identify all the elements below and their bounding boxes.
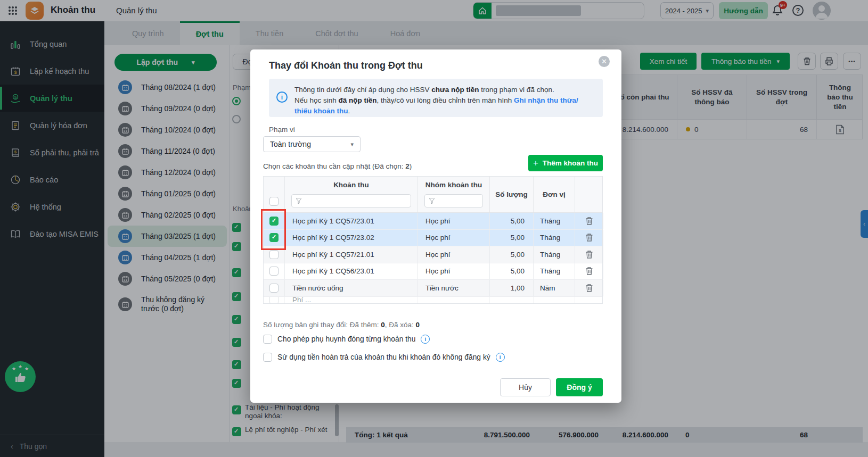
confirm-button[interactable]: Đồng ý: [556, 378, 603, 396]
col-header-unit: Đơn vị: [534, 177, 575, 212]
fee-name: Học phí Kỳ 1 CQ57/21.01: [285, 246, 418, 263]
col-header-qty: Số lượng: [490, 177, 534, 212]
info-icon: i: [421, 335, 430, 344]
select-hint: Chọn các khoản thu cần cập nhật (Đã chọn…: [263, 162, 412, 170]
scope-value: Toàn trường: [270, 140, 311, 148]
fee-filter-input[interactable]: [291, 194, 411, 207]
option-checkbox[interactable]: [263, 353, 272, 362]
option-checkbox[interactable]: [263, 335, 272, 344]
info-text-bold: đã nộp tiền: [339, 96, 377, 104]
fee-qty: 5,00: [490, 263, 534, 280]
fee-name: Học phí Kỳ 1 CQ57/23.02: [285, 230, 418, 246]
fees-table: Khoản thu Nhóm khoản thu Số lượng Đơn vị: [263, 176, 603, 304]
delete-row-button[interactable]: [575, 263, 603, 280]
info-icon: i: [276, 92, 288, 103]
plus-icon: +: [533, 158, 538, 169]
modal-title: Thay đổi Khoản thu trong Đợt thu: [269, 60, 423, 71]
close-icon[interactable]: ✕: [599, 56, 610, 67]
trash-icon: [586, 251, 593, 259]
col-header-group: Nhóm khoản thu: [418, 177, 489, 193]
select-all-checkbox[interactable]: [269, 197, 279, 206]
col-header-fee: Khoản thu: [285, 177, 417, 193]
hint-text: Chọn các khoản thu cần cập nhật (Đã chọn…: [263, 162, 405, 170]
trash-icon: [586, 234, 593, 242]
funnel-icon: [429, 198, 435, 204]
fee-group: Học phí: [418, 213, 490, 229]
option-label: Cho phép phụ huynh đóng từng khoản thu: [277, 335, 415, 343]
fee-row[interactable]: Học phí Kỳ 1 CQ57/23.02 Học phí 5,00 Thá…: [264, 230, 602, 247]
scope-select[interactable]: Toàn trường ▾: [263, 136, 361, 152]
summary-text: Số lượng bản ghi thay đổi: Đã thêm:: [263, 321, 381, 329]
summary-text: , Đã xóa:: [385, 321, 416, 329]
info-text: Thông tin dưới đây chỉ áp dụng cho HSSV: [294, 86, 431, 94]
fee-name: Học phí Kỳ 1 CQ57/23.01: [285, 213, 418, 229]
fee-unit: Tháng: [534, 246, 575, 263]
fee-unit: Tháng: [534, 230, 575, 246]
fees-table-header: Khoản thu Nhóm khoản thu Số lượng Đơn vị: [264, 177, 602, 213]
option-label: Sử dụng tiền hoàn trả của khoản thu khi …: [277, 353, 490, 361]
info-text-bold: chưa nộp tiền: [431, 86, 479, 94]
change-summary: Số lượng bản ghi thay đổi: Đã thêm: 0, Đ…: [263, 321, 420, 329]
scope-label: Phạm vi: [269, 126, 295, 134]
cancel-button[interactable]: Hủy: [500, 378, 551, 396]
fee-unit: Tháng: [534, 263, 575, 280]
fee-name: Tiền nước uống: [285, 280, 418, 296]
annotation-highlight-box: [261, 209, 286, 250]
delete-row-button[interactable]: [575, 230, 603, 246]
fee-group: Học phí: [418, 230, 490, 246]
fee-row[interactable]: Học phí Kỳ 1 CQ57/21.01 Học phí 5,00 Thá…: [264, 246, 602, 263]
fee-name: Học phí Kỳ 1 CQ56/23.01: [285, 263, 418, 280]
app-root: Khoản thu Quản lý thu 2024 - 2025 ▾ Hướn…: [0, 0, 868, 457]
added-count: 0: [381, 321, 385, 329]
removed-count: 0: [416, 321, 420, 329]
fee-qty: 1,00: [490, 280, 534, 296]
fee-row[interactable]: Học phí Kỳ 1 CQ56/23.01 Học phí 5,00 Thá…: [264, 263, 602, 280]
option-use-refund[interactable]: Sử dụng tiền hoàn trả của khoản thu khi …: [263, 353, 505, 362]
info-text: trong phạm vi đã chọn.: [479, 86, 554, 94]
chevron-down-icon: ▾: [350, 141, 354, 148]
delete-row-button[interactable]: [575, 213, 603, 229]
funnel-icon: [296, 198, 301, 204]
fee-group: Tiền nước: [418, 280, 490, 296]
fee-group: Học phí: [418, 246, 490, 263]
info-text: .: [348, 107, 350, 115]
fee-group: Học phí: [418, 263, 490, 280]
row-checkbox[interactable]: [269, 250, 279, 259]
fee-row[interactable]: Tiền nước uống Tiền nước 1,00 Năm: [264, 280, 602, 297]
row-checkbox[interactable]: [269, 297, 279, 303]
add-fee-label: Thêm khoản thu: [543, 159, 598, 167]
fee-qty: 5,00: [490, 230, 534, 246]
fee-row[interactable]: Học phí Kỳ 1 CQ57/23.01 Học phí 5,00 Thá…: [264, 213, 602, 230]
row-checkbox[interactable]: [269, 284, 279, 293]
info-text: , thầy/cô vui lòng điều chỉnh trên màn h…: [377, 96, 514, 104]
delete-row-button[interactable]: [575, 280, 603, 296]
trash-icon: [586, 217, 593, 225]
fee-qty: 5,00: [490, 246, 534, 263]
row-checkbox[interactable]: [269, 267, 279, 276]
fee-unit: Năm: [534, 280, 575, 296]
fee-row-partial[interactable]: Phí ...: [264, 297, 602, 303]
group-filter-input[interactable]: [424, 194, 483, 207]
info-icon: i: [496, 353, 505, 362]
trash-icon: [586, 284, 593, 292]
fee-unit: Tháng: [534, 213, 575, 229]
fee-qty: 5,00: [490, 213, 534, 229]
add-fee-button[interactable]: + Thêm khoản thu: [528, 155, 603, 171]
modal-info-box: i Thông tin dưới đây chỉ áp dụng cho HSS…: [269, 79, 603, 117]
fee-name: Phí ...: [285, 297, 418, 303]
hint-text: ): [410, 162, 412, 170]
trash-icon: [586, 267, 593, 275]
info-text: Nếu học sinh: [294, 96, 339, 104]
option-partial-payment[interactable]: Cho phép phụ huynh đóng từng khoản thu i: [263, 335, 430, 344]
delete-row-button[interactable]: [575, 246, 603, 263]
change-fees-modal: ✕ Thay đổi Khoản thu trong Đợt thu i Thô…: [250, 49, 621, 403]
selected-count: 2: [405, 162, 410, 170]
